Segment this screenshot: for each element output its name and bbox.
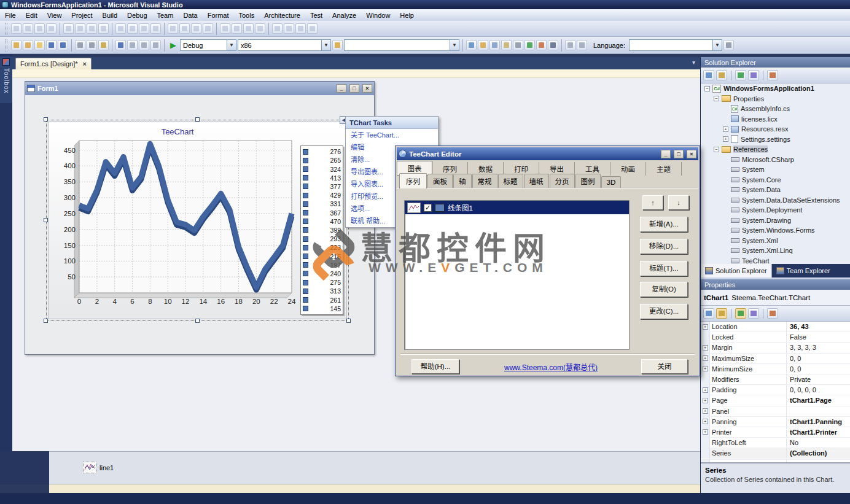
decrease-vertical-spacing-icon[interactable] [232, 23, 242, 34]
tree-item[interactable]: System.Xml [701, 236, 850, 246]
send-to-back-icon[interactable] [23, 23, 33, 34]
make-same-width-icon[interactable] [115, 23, 126, 34]
steema-link[interactable]: www.Steema.com(慧都总代) [468, 362, 634, 372]
tree-item[interactable]: System.Data [701, 185, 850, 195]
events-icon[interactable] [748, 308, 759, 319]
show-all-files-icon[interactable] [716, 70, 727, 80]
property-row[interactable]: +MinimumSize0, 0 [701, 364, 850, 374]
minimize-icon[interactable]: _ [661, 150, 671, 158]
property-value[interactable]: tChart1.Panning [787, 417, 850, 427]
menu-help[interactable]: Help [395, 10, 419, 20]
property-row[interactable]: +Location36, 43 [701, 322, 850, 332]
properties-header[interactable]: Properties [701, 279, 850, 290]
align-middles-icon[interactable] [87, 23, 97, 34]
property-pages-icon[interactable] [767, 308, 778, 319]
send-backward-icon[interactable] [295, 23, 306, 34]
find-in-files-icon[interactable] [466, 40, 477, 50]
tab-order-icon[interactable] [307, 23, 318, 34]
editor-sub-tab-3[interactable]: 轴 [453, 174, 472, 188]
align-bottoms-icon[interactable] [98, 23, 109, 34]
menu-format[interactable]: Format [203, 10, 234, 20]
editor-sub-tab-1[interactable]: 序列 [399, 173, 427, 188]
selection-handle[interactable] [195, 117, 200, 122]
add-item-icon[interactable] [23, 40, 33, 50]
help-button[interactable]: 帮助(H)... [411, 359, 459, 374]
center-horizontally-icon[interactable] [255, 23, 265, 34]
bring-to-front-icon[interactable] [11, 23, 21, 34]
increase-vertical-spacing-icon[interactable] [220, 23, 230, 34]
menu-tools[interactable]: Tools [234, 10, 260, 20]
maximize-icon[interactable]: □ [674, 150, 684, 158]
editor-main-tab-7[interactable]: 动画 [610, 162, 646, 176]
component-line1[interactable]: line1 [83, 462, 114, 473]
chevron-down-icon[interactable]: ▼ [450, 40, 459, 50]
view-code-icon[interactable] [748, 70, 759, 80]
menu-window[interactable]: Window [361, 10, 395, 20]
solution-explorer-header[interactable]: Solution Explorer [701, 57, 850, 68]
series-list-item[interactable]: ✓ 线条图1 [405, 201, 629, 214]
editor-sub-tab-6[interactable]: 墙纸 [524, 174, 549, 188]
tree-item[interactable]: TeeChart [701, 256, 850, 265]
property-value[interactable]: tChart1.Printer [787, 427, 850, 437]
paste-icon[interactable] [98, 40, 109, 50]
property-value[interactable] [787, 406, 850, 416]
tree-item[interactable]: +Settings.settings [701, 134, 850, 145]
property-value[interactable]: 3, 3, 3, 3 [787, 343, 850, 352]
selection-handle[interactable] [195, 319, 200, 323]
add-series-button[interactable]: 新增(A)... [640, 217, 688, 232]
editor-sub-tab-4[interactable]: 常规 [472, 174, 497, 188]
properties-object-selector[interactable]: tChart1 Steema.TeeChart.TChart [701, 290, 850, 306]
menu-architecture[interactable]: Architecture [259, 10, 305, 20]
expand-icon[interactable]: + [703, 355, 708, 361]
align-lefts-icon[interactable] [34, 23, 45, 34]
expand-icon[interactable]: + [703, 429, 708, 435]
remove-horizontal-spacing-icon[interactable] [191, 23, 201, 34]
property-row[interactable]: RightToLeftNo [701, 438, 850, 448]
tab-form1-design[interactable]: Form1.cs [Design]* × [15, 58, 92, 69]
tree-item[interactable]: licenses.licx [701, 114, 850, 125]
tree-item[interactable]: −C#WindowsFormsApplication1 [701, 83, 850, 94]
save-icon[interactable] [46, 40, 57, 50]
close-icon[interactable]: × [687, 150, 696, 158]
categorized-icon[interactable] [703, 308, 714, 319]
command-window-icon[interactable] [548, 40, 558, 50]
editor-sub-tab-9[interactable]: 3D [601, 176, 622, 188]
save-all-icon[interactable] [58, 40, 68, 50]
menu-edit[interactable]: Edit [21, 10, 42, 20]
selection-handle[interactable] [44, 319, 48, 323]
remove-series-button[interactable]: 移除(D)... [640, 239, 688, 254]
menu-project[interactable]: Project [66, 10, 97, 20]
property-row[interactable]: Series(Collection) [701, 448, 850, 459]
editor-sub-tab-8[interactable]: 图例 [575, 174, 601, 188]
move-down-button[interactable]: ↓ [668, 195, 689, 210]
start-debugging-icon[interactable]: ▶ [168, 41, 179, 50]
property-value[interactable]: 0, 0 [787, 364, 850, 374]
series-color-swatch[interactable] [435, 204, 445, 212]
property-row[interactable]: +Margin3, 3, 3, 3 [701, 343, 850, 353]
properties-window-icon[interactable] [478, 40, 488, 50]
expand-icon[interactable]: + [723, 136, 728, 142]
tab-solution-explorer[interactable]: Solution Explorer [701, 264, 772, 277]
change-series-button[interactable]: 更改(C)... [640, 304, 688, 319]
decrease-horizontal-spacing-icon[interactable] [179, 23, 190, 34]
chevron-down-icon[interactable]: ▼ [712, 40, 722, 50]
chevron-down-icon[interactable]: ▼ [227, 40, 236, 50]
tree-item[interactable]: C#AssemblyInfo.cs [701, 104, 850, 114]
tab-team-explorer[interactable]: Team Explorer [772, 264, 850, 277]
property-value[interactable]: (Collection) [787, 448, 850, 458]
expand-icon[interactable]: + [703, 419, 708, 424]
property-row[interactable]: +MaximumSize0, 0 [701, 354, 850, 364]
selection-handle[interactable] [44, 218, 48, 222]
task-item[interactable]: 关于 TeeChart... [346, 129, 438, 141]
menu-view[interactable]: View [42, 10, 67, 20]
tree-item[interactable]: +Resources.resx [701, 124, 850, 134]
navigate-forward-icon[interactable] [150, 40, 161, 50]
toolbox-tab[interactable]: Toolbox [0, 56, 12, 103]
debug-configuration-combo[interactable]: Debug▼ [180, 39, 236, 51]
expand-icon[interactable]: + [703, 366, 708, 371]
selection-handle[interactable] [44, 117, 48, 122]
minimize-icon[interactable]: _ [337, 84, 346, 93]
cut-icon[interactable] [75, 40, 85, 50]
property-value[interactable]: False [787, 332, 850, 342]
collapse-icon[interactable]: − [704, 86, 710, 91]
